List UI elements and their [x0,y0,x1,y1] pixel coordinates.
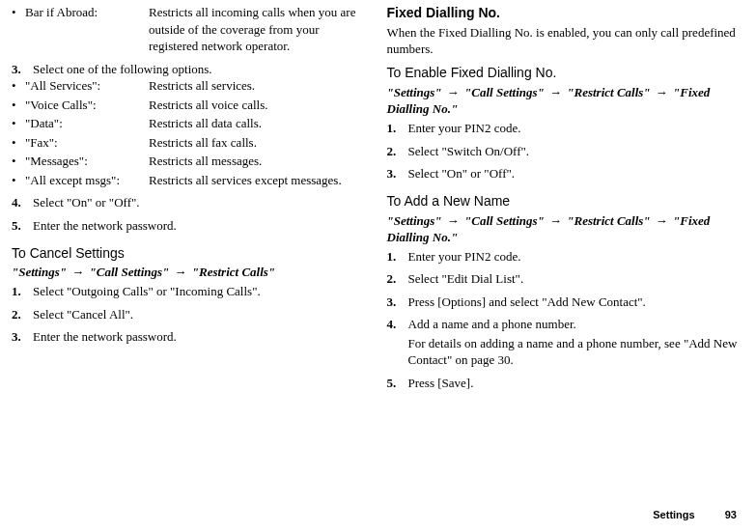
step-4: 4. Select "On" or "Off". [12,194,370,211]
nav-part: "Settings" [12,265,67,279]
option-fax: • "Fax": Restricts all fax calls. [12,134,370,152]
enable-step-1: 1. Enter your PIN2 code. [387,120,745,137]
step-5: 5. Enter the network password. [12,217,370,235]
step-text: Enter the network password. [33,328,370,346]
page-content: • Bar if Abroad: Restricts all incoming … [0,0,756,391]
arrow-icon: → [173,265,189,279]
bullet-bar-if-abroad: • Bar if Abroad: Restricts all incoming … [12,4,370,55]
left-column: • Bar if Abroad: Restricts all incoming … [12,4,370,391]
term-desc: Restricts all fax calls. [149,134,370,152]
heading-add-name: To Add a New Name [387,192,745,210]
cancel-step-2: 2. Select "Cancel All". [12,306,370,323]
step-text: Select "Switch On/Off". [408,143,745,160]
bullet-mark: • [12,97,25,114]
nav-part: "Call Settings" [464,85,545,99]
term-label: "All except msgs": [25,172,149,189]
term-label: "Voice Calls": [25,97,149,114]
term-desc: Restricts all data calls. [149,115,370,132]
step-number: 3. [387,294,408,311]
option-all-except-msgs: • "All except msgs": Restricts all servi… [12,172,370,189]
step-number: 3. [12,61,33,78]
step-text: Add a name and a phone number. For detai… [408,316,745,369]
cancel-step-3: 3. Enter the network password. [12,328,370,346]
bullet-mark: • [12,77,25,95]
option-messages: • "Messages": Restricts all messages. [12,153,370,170]
term-desc: Restricts all services except messages. [149,172,370,189]
step-text: Press [Options] and select "Add New Cont… [408,294,745,311]
step-text-main: Add a name and a phone number. [408,317,576,331]
step-number: 2. [387,270,408,288]
step-text: Press [Save]. [408,375,745,392]
nav-part: "Settings" [387,213,442,228]
step-extra-note: For details on adding a name and a phone… [408,335,745,369]
nav-part: "Restrict Calls" [192,265,275,279]
bullet-mark: • [12,134,25,152]
step-text: Enter your PIN2 code. [408,120,745,137]
footer-section-label: Settings [653,509,694,520]
add-step-2: 2. Select "Edit Dial List". [387,270,745,288]
step-text: Select "Edit Dial List". [408,270,745,288]
enable-step-2: 2. Select "Switch On/Off". [387,143,745,160]
step-number: 2. [387,143,408,160]
cancel-step-1: 1. Select "Outgoing Calls" or "Incoming … [12,283,370,300]
add-step-1: 1. Enter your PIN2 code. [387,248,745,266]
nav-path-enable: "Settings" → "Call Settings" → "Restrict… [387,84,745,118]
nav-part: "Restrict Calls" [567,213,650,228]
nav-path-add: "Settings" → "Call Settings" → "Restrict… [387,212,745,246]
step-3: 3. Select one of the following options. [12,61,370,78]
add-step-4: 4. Add a name and a phone number. For de… [387,316,745,369]
step-number: 4. [387,316,408,333]
step-number: 5. [387,375,408,392]
bullet-mark: • [12,4,25,21]
add-step-5: 5. Press [Save]. [387,375,745,392]
arrow-icon: → [547,213,564,228]
add-step-3: 3. Press [Options] and select "Add New C… [387,294,745,311]
step-text: Enter your PIN2 code. [408,248,745,266]
heading-enable-fixed: To Enable Fixed Dialling No. [387,64,745,82]
term-desc: Restricts all voice calls. [149,97,370,114]
nav-part: "Settings" [387,85,442,99]
step-number: 3. [387,165,408,182]
term-label: "All Services": [25,77,149,95]
arrow-icon: → [70,265,86,279]
step-number: 1. [387,248,408,266]
term-desc: Restricts all services. [149,77,370,95]
term-label: "Fax": [25,134,149,152]
step-number: 1. [387,120,408,137]
heading-fixed-dialling: Fixed Dialling No. [387,4,745,22]
bullet-mark: • [12,115,25,132]
term-desc: Restricts all messages. [149,153,370,170]
option-data: • "Data": Restricts all data calls. [12,115,370,132]
step-text: Select "Outgoing Calls" or "Incoming Cal… [33,283,370,300]
option-voice-calls: • "Voice Calls": Restricts all voice cal… [12,97,370,114]
bullet-mark: • [12,153,25,170]
bullet-mark: • [12,172,25,189]
right-column: Fixed Dialling No. When the Fixed Dialli… [387,4,745,391]
term-label: Bar if Abroad: [25,4,149,21]
step-number: 2. [12,306,33,323]
step-number: 3. [12,328,33,346]
fixed-intro-text: When the Fixed Dialling No. is enabled, … [387,24,745,58]
step-number: 4. [12,194,33,211]
step-text: Select one of the following options. [33,61,370,78]
step-text: Select "On" or "Off". [408,165,745,182]
step-number: 1. [12,283,33,300]
step-text: Enter the network password. [33,217,370,235]
step-text: Select "On" or "Off". [33,194,370,211]
option-all-services: • "All Services": Restricts all services… [12,77,370,95]
page-footer: Settings 93 [653,508,737,522]
arrow-icon: → [654,85,670,99]
arrow-icon: → [445,213,462,228]
footer-page-number: 93 [725,509,737,520]
enable-step-3: 3. Select "On" or "Off". [387,165,745,182]
heading-cancel-settings: To Cancel Settings [12,244,370,263]
step-text: Select "Cancel All". [33,306,370,323]
nav-part: "Call Settings" [90,265,170,279]
arrow-icon: → [547,85,564,99]
step-number: 5. [12,217,33,235]
nav-part: "Restrict Calls" [567,85,650,99]
arrow-icon: → [654,213,670,228]
term-label: "Messages": [25,153,149,170]
arrow-icon: → [445,85,462,99]
term-label: "Data": [25,115,149,132]
